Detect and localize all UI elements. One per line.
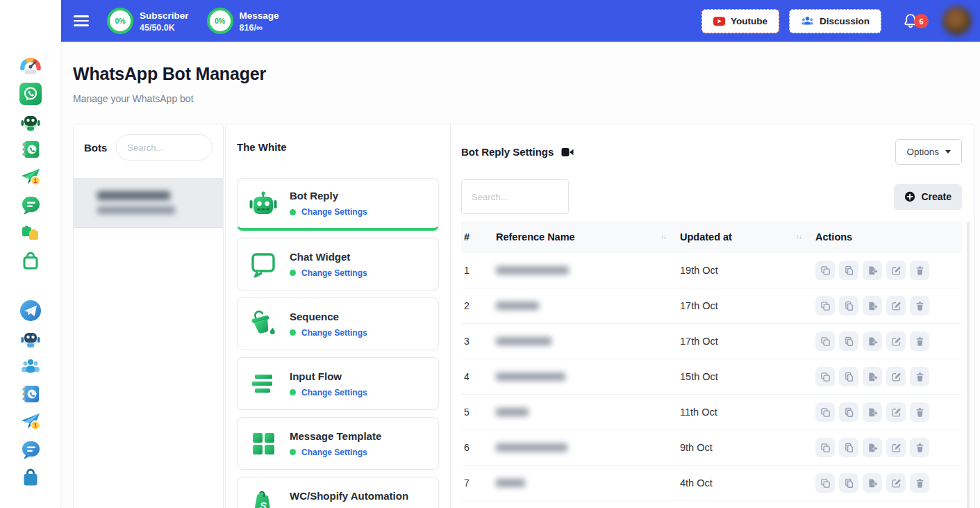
table-row: 1 19th Oct	[461, 253, 962, 288]
clone-button[interactable]	[815, 367, 835, 386]
card-label: Chat Widget	[290, 251, 367, 263]
updated-at: 9th Oct	[677, 442, 813, 453]
settings-card-chat-widget[interactable]: Chat Widget Change Settings	[237, 238, 439, 290]
bots-search-input[interactable]	[116, 134, 213, 161]
card-label: Sequence	[290, 311, 367, 322]
copy-button[interactable]	[839, 296, 858, 316]
reply-table: # Reference Name ↑↓ Updated at ↑↓ Action…	[461, 221, 962, 508]
page-title: WhatsApp Bot Manager	[73, 64, 266, 84]
updated-at: 17th Oct	[677, 300, 813, 311]
edit-button[interactable]	[886, 331, 906, 351]
reply-search-input[interactable]	[461, 179, 569, 214]
row-number: 2	[461, 300, 493, 311]
row-number: 6	[461, 442, 493, 453]
dashboard-gauge-icon[interactable]	[19, 54, 42, 78]
whatsapp-icon[interactable]	[19, 82, 42, 106]
table-row: 3 17th Oct	[461, 324, 962, 359]
discussion-button[interactable]: Discussion	[789, 9, 881, 33]
options-button[interactable]: Options	[895, 139, 962, 165]
export-button[interactable]	[863, 438, 882, 457]
clone-button[interactable]	[815, 402, 835, 422]
settings-card-wc-shopify[interactable]: S WC/Shopify Automation Change Settings	[237, 477, 439, 508]
change-settings-link[interactable]: Change Settings	[301, 448, 367, 457]
export-button[interactable]	[863, 331, 882, 351]
user-avatar[interactable]	[942, 6, 972, 35]
export-button[interactable]	[863, 296, 882, 316]
clone-button[interactable]	[815, 473, 835, 493]
whatsapp-bot-icon[interactable]	[19, 110, 42, 133]
card-label: Bot Reply	[290, 190, 367, 202]
edit-button[interactable]	[886, 438, 906, 457]
whatsapp-chat-icon[interactable]	[19, 193, 42, 217]
sort-icon[interactable]: ↑↓	[796, 233, 802, 240]
delete-button[interactable]	[910, 402, 929, 422]
whatsapp-shop-icon[interactable]	[19, 249, 42, 272]
export-button[interactable]	[863, 402, 882, 422]
copy-button[interactable]	[839, 367, 858, 386]
change-settings-link[interactable]: Change Settings	[301, 328, 367, 338]
bot-list-item-selected[interactable]	[74, 178, 223, 228]
clone-button[interactable]	[815, 261, 835, 280]
svg-text:1: 1	[33, 177, 38, 184]
telegram-broadcast-icon[interactable]: 1	[19, 410, 42, 434]
telegram-bot-icon[interactable]	[19, 327, 42, 350]
export-button[interactable]	[863, 473, 882, 493]
telegram-group-icon[interactable]	[19, 354, 42, 378]
integrations-icon[interactable]	[19, 221, 42, 245]
input-flow-bars-icon	[248, 368, 279, 399]
export-button[interactable]	[863, 367, 882, 386]
edit-button[interactable]	[886, 367, 906, 386]
telegram-shop-icon[interactable]	[19, 466, 42, 489]
clone-button[interactable]	[815, 331, 835, 351]
youtube-button[interactable]: Youtube	[701, 9, 779, 33]
copy-button[interactable]	[839, 402, 858, 422]
shopify-bag-icon: S	[248, 488, 279, 508]
bot-name-redacted	[97, 191, 170, 200]
table-scrollbar[interactable]	[967, 222, 970, 508]
reference-name-redacted	[496, 302, 539, 310]
video-camera-icon[interactable]	[561, 147, 574, 157]
col-num: #	[461, 231, 493, 243]
clone-button[interactable]	[815, 438, 835, 457]
delete-button[interactable]	[910, 367, 929, 386]
change-settings-link[interactable]: Change Settings	[301, 268, 367, 278]
sort-icon[interactable]: ↑↓	[661, 233, 666, 240]
edit-button[interactable]	[886, 473, 906, 493]
settings-card-input-flow[interactable]: Input Flow Change Settings	[237, 357, 439, 410]
telegram-contacts-icon[interactable]	[19, 382, 42, 406]
edit-button[interactable]	[886, 296, 906, 316]
delete-button[interactable]	[910, 331, 929, 351]
bot-reply-robot-icon	[248, 188, 279, 219]
menu-icon[interactable]	[74, 15, 89, 26]
table-row: 5 11th Oct	[461, 395, 962, 430]
settings-card-message-template[interactable]: Message Template Change Settings	[237, 417, 439, 470]
row-number: 7	[461, 477, 493, 489]
edit-button[interactable]	[886, 261, 906, 280]
delete-button[interactable]	[910, 473, 929, 493]
edit-button[interactable]	[886, 402, 906, 422]
copy-button[interactable]	[839, 331, 858, 351]
clone-button[interactable]	[815, 296, 835, 316]
notifications-bell[interactable]: 6	[902, 13, 919, 29]
telegram-chat-icon[interactable]	[19, 438, 42, 461]
youtube-icon	[713, 17, 725, 26]
notification-count-badge: 6	[914, 14, 929, 28]
delete-button[interactable]	[910, 261, 929, 280]
subscriber-stat: 0% Subscriber 45/50.0K	[107, 8, 189, 34]
delete-button[interactable]	[910, 296, 929, 316]
telegram-icon[interactable]	[19, 299, 42, 322]
page-subtitle: Manage your WhatsApp bot	[73, 93, 266, 104]
copy-button[interactable]	[839, 438, 858, 457]
change-settings-link[interactable]: Change Settings	[301, 207, 367, 217]
whatsapp-contacts-icon[interactable]	[19, 138, 42, 161]
bot-reply-settings-column: Bot Reply Settings Options	[451, 124, 974, 508]
delete-button[interactable]	[910, 438, 929, 457]
settings-card-sequence[interactable]: Sequence Change Settings	[237, 297, 439, 350]
whatsapp-broadcast-icon[interactable]: 1	[19, 165, 42, 189]
change-settings-link[interactable]: Change Settings	[301, 388, 367, 398]
copy-button[interactable]	[839, 473, 858, 493]
copy-button[interactable]	[839, 261, 858, 280]
export-button[interactable]	[863, 261, 882, 280]
settings-card-bot-reply[interactable]: Bot Reply Change Settings	[237, 178, 439, 231]
create-button[interactable]: Create	[894, 184, 962, 210]
